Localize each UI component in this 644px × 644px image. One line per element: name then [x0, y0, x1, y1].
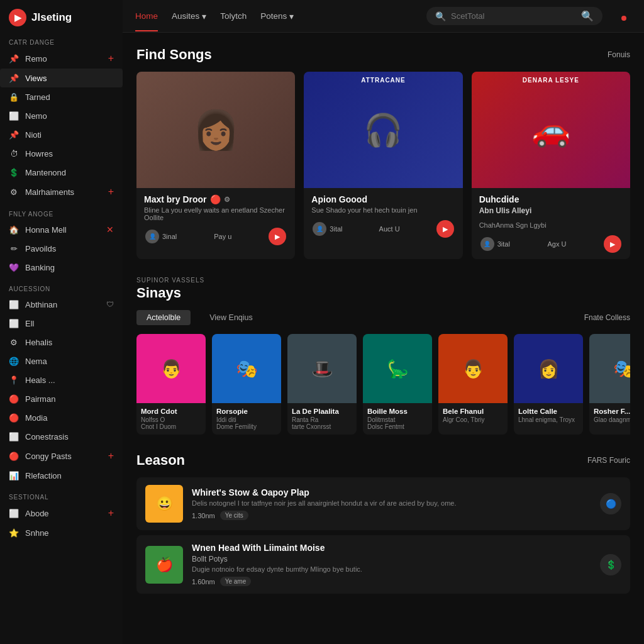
search-input[interactable] [451, 11, 576, 21]
leason1-meta: 1.30nm Ye cits [192, 511, 591, 520]
leason2-desc: Dugie notnoio for edsay dynte bumthy Mli… [192, 565, 591, 573]
leason2-info: Wnen Head With Liimaint Moise Bollt Poty… [192, 543, 591, 586]
card3-body: Duhcdide Abn Ulis Alleyi ChahAnma Sgn Lg… [472, 188, 630, 259]
leason-link[interactable]: FARS Fouric [587, 456, 630, 465]
artist-card-3[interactable]: 🎩 La De Plaalita Ranta Ra tarte Cxonrsst [287, 334, 357, 435]
artist6-name: Loltte Calle [518, 408, 579, 415]
sidebar-label-howres: Howres [25, 149, 53, 158]
sidebar-item-abthinan[interactable]: ⬜ Abthinan 🛡 [0, 295, 123, 314]
sidebar-item-malrhaiments[interactable]: ⚙ Malrhaiments + [0, 182, 123, 202]
song-cards-grid: 👩🏾 Maxt bry Droor 🔴 ⚙ Bline La you evell… [136, 72, 630, 259]
bank-icon: 💜 [9, 262, 19, 272]
sidebar-section-catr: Catr dAnge [0, 30, 123, 48]
square-icon-c: ⬜ [9, 431, 19, 441]
sidebar-item-mantenond[interactable]: 💲 Mantenond [0, 163, 123, 182]
search-submit-icon[interactable]: 🔍 [581, 10, 594, 22]
sidebar-item-congy[interactable]: 🔴 Congy Pasts + [0, 446, 123, 466]
card1-footer: 👤 3inal Pay u ▶ [144, 228, 287, 245]
card2-play-button[interactable]: ▶ [436, 220, 454, 238]
tab-view-enqius[interactable]: View Enqius [199, 310, 263, 325]
sidebar-item-modia[interactable]: 🔴 Modia [0, 408, 123, 427]
leason-item-2[interactable]: 🍎 Wnen Head With Liimaint Moise Bollt Po… [136, 535, 630, 594]
sidebar-item-nemo[interactable]: ⬜ Nemo [0, 106, 123, 125]
sidebar-item-pavoilds[interactable]: ✏ Pavoilds [0, 239, 123, 258]
sidebar-item-ell[interactable]: ⬜ Ell [0, 314, 123, 333]
nav-links: Home Ausites ▾ Tolytch Potens ▾ [135, 11, 294, 21]
leason1-thumb-emoji: 😀 [156, 496, 173, 512]
sidebar-item-honna[interactable]: 🏠 Honna Mell ✕ [0, 220, 123, 239]
sidebar-item-rlefaction[interactable]: 📊 Rlefaction [0, 466, 123, 485]
sidebar-item-pairman[interactable]: 🔴 Pairman [0, 389, 123, 408]
card1-play-button[interactable]: ▶ [269, 228, 286, 245]
sidebar-item-remo[interactable]: 📌 Remo + [0, 48, 123, 69]
sinays-tab-link[interactable]: Fnate Colless [584, 313, 630, 322]
nav-home[interactable]: Home [135, 11, 158, 21]
leason1-duration: 1.30nm [192, 512, 215, 519]
main-panel: Home Ausites ▾ Tolytch Potens ▾ 🔍 🔍 Find… [123, 0, 644, 644]
sidebar-item-nema[interactable]: 🌐 Nema [0, 352, 123, 370]
nav-tolytch[interactable]: Tolytch [220, 11, 247, 21]
sidebar-item-banking[interactable]: 💜 Banking [0, 258, 123, 277]
card3-header-text: DENARA LESYE [472, 77, 630, 84]
sidebar-item-views[interactable]: 📌 Views [0, 69, 123, 87]
leason2-action-button[interactable]: 💲 [600, 554, 621, 575]
sidebar-label-tarned: Tarned [25, 92, 50, 102]
artist1-meta1: Nolfss O [141, 416, 201, 423]
search-icon: 🔍 [435, 11, 446, 21]
artist-card-5[interactable]: 👨 Bele Fhanul Algr Coo, Tbriy [438, 334, 508, 435]
leason1-thumb: 😀 [145, 485, 183, 523]
chart-icon: 📊 [9, 470, 19, 480]
sidebar-label-views: Views [25, 74, 47, 83]
tab-actelolble[interactable]: Actelolble [136, 310, 191, 325]
sidebar-item-tarned[interactable]: 🔒 Tarned [0, 87, 123, 106]
find-songs-link[interactable]: Fonuis [608, 50, 630, 59]
leason-item-1[interactable]: 😀 Whiret's Stow & Oapoy Plap Delis notog… [136, 477, 630, 530]
sidebar-item-nioti[interactable]: 📌 Nioti [0, 125, 123, 144]
artist5-image: 👨 [438, 334, 508, 403]
artist-card-6[interactable]: 👩 Loltte Calle Lhnal enigma, Troyx [514, 334, 583, 435]
card2-footer-center: Auct U [379, 225, 400, 233]
card3-subtitle3: ChahAnma Sgn Lgybi [479, 221, 623, 229]
sidebar-item-howres[interactable]: ⏱ Howres [0, 144, 123, 163]
song-card-3[interactable]: 🚗 DENARA LESYE Duhcdide Abn Ulis Alleyi … [472, 72, 630, 259]
artist-card-7[interactable]: 🎭 Rosher F... Glao daagnmt [589, 334, 630, 435]
leason2-subtitle: Bollt Potys [192, 555, 591, 564]
card3-image: 🚗 [531, 112, 570, 148]
leason1-tag: Ye cits [220, 511, 248, 520]
artist-card-1[interactable]: 👨 Mord Cdot Nolfss O Cnot I Duom [136, 334, 206, 435]
artist2-meta1: Iddi diti [216, 416, 277, 423]
card3-play-button[interactable]: ▶ [604, 235, 621, 253]
leason2-tag: Ye ame [220, 577, 252, 586]
leason1-info: Whiret's Stow & Oapoy Plap Delis notogne… [192, 487, 591, 520]
card2-footer-left: 3ital [330, 225, 342, 233]
nav-ausites[interactable]: Ausites ▾ [172, 11, 206, 21]
leason1-action-button[interactable]: 🔵 [600, 493, 621, 514]
card2-avatars: 👤 3ital [313, 222, 342, 236]
fire-icon: 🔴 [210, 194, 221, 204]
sidebar-label-hehalis: Hehalis [25, 338, 52, 347]
sinays-tabs: Actelolble View Enqius Fnate Colless [136, 310, 630, 325]
song-card-2[interactable]: 🎧 ATTRACANE Apion Goood Sue Shado your h… [304, 72, 462, 259]
sinays-section: SUPINOR VASSELS Sinays Actelolble View E… [136, 277, 630, 438]
leason1-desc: Delis notognel I tor tatfnye noir jes al… [192, 499, 591, 507]
artist-card-4[interactable]: 🦕 Boille Moss Dolitmstat Dolsc Fentmt [363, 334, 432, 435]
globe-icon: 🌐 [9, 356, 19, 366]
sidebar-item-conestrasis[interactable]: ⬜ Conestrasis [0, 427, 123, 446]
star-icon: ⭐ [9, 528, 19, 538]
sidebar-item-hehalis[interactable]: ⚙ Hehalis [0, 333, 123, 352]
artist-card-2[interactable]: 🎭 Rorsopie Iddi diti Dome Femility [212, 334, 281, 435]
edit-icon: ✏ [9, 243, 19, 253]
find-songs-header: Find Songs Fonuis [136, 47, 630, 63]
sidebar-section-fnly: Fnly Anoge [0, 202, 123, 220]
sidebar-item-snhne[interactable]: ⭐ Snhne [0, 523, 123, 542]
sidebar-item-heals[interactable]: 📍 Heals ... [0, 370, 123, 389]
nav-potens[interactable]: Potens ▾ [260, 11, 294, 21]
sidebar-label-honna: Honna Mell [25, 225, 67, 235]
artist2-meta2: Dome Femility [216, 423, 277, 430]
sidebar-item-abode[interactable]: ⬜ Abode + [0, 503, 123, 523]
plus-icon-congy: + [108, 450, 114, 462]
artist-cards-row: 👨 Mord Cdot Nolfss O Cnot I Duom 🎭 Rorso… [136, 334, 630, 438]
chevron-down-icon-2: ▾ [289, 11, 294, 21]
leason1-name: Whiret's Stow & Oapoy Plap [192, 487, 591, 497]
song-card-1[interactable]: 👩🏾 Maxt bry Droor 🔴 ⚙ Bline La you evell… [136, 72, 295, 259]
